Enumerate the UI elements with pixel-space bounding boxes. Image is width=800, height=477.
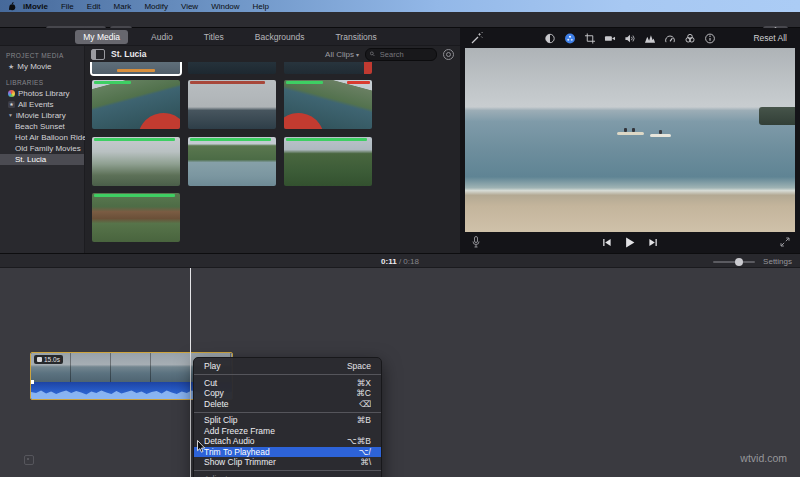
- tab-titles[interactable]: Titles: [196, 30, 232, 44]
- fullscreen-icon[interactable]: [780, 237, 790, 247]
- media-thumbnail[interactable]: [284, 80, 372, 129]
- menu-item-label: Add Freeze Frame: [204, 426, 275, 436]
- media-tabs: My MediaAudioTitlesBackgroundsTransition…: [0, 28, 460, 46]
- media-thumbnail[interactable]: [92, 62, 180, 74]
- clip-filter-dropdown[interactable]: All Clips: [325, 50, 359, 59]
- play-button[interactable]: [625, 237, 636, 248]
- menu-item-shortcut: Space: [347, 361, 371, 371]
- menu-item-split-clip[interactable]: Split Clip⌘B: [194, 415, 381, 426]
- clip-appearance-icon[interactable]: [443, 49, 454, 60]
- tab-transitions[interactable]: Transitions: [327, 30, 384, 44]
- effects-icon[interactable]: [684, 32, 697, 45]
- media-thumbnail[interactable]: [92, 80, 180, 129]
- browser-header: St. Lucia All Clips: [85, 46, 460, 62]
- menu-item-cut[interactable]: Cut⌘X: [194, 378, 381, 389]
- media-thumbnail[interactable]: [92, 137, 180, 186]
- info-icon[interactable]: [704, 32, 717, 45]
- sidebar-section-header: PROJECT MEDIA: [0, 50, 84, 61]
- color-balance-icon[interactable]: [544, 32, 557, 45]
- speed-icon[interactable]: [664, 32, 677, 45]
- menu-item-copy[interactable]: Copy⌘C: [194, 388, 381, 399]
- next-frame-button[interactable]: [649, 238, 658, 247]
- sidebar-item-label: All Events: [18, 99, 54, 110]
- sidebar-toggle-icon[interactable]: [91, 49, 105, 60]
- menu-item-shortcut: ⌘B: [357, 415, 371, 425]
- menu-separator: [194, 470, 381, 471]
- menu-item-detach-audio[interactable]: Detach Audio⌥⌘B: [194, 436, 381, 447]
- sidebar-item-all-events[interactable]: All Events: [0, 99, 84, 110]
- thumbnail-grid: [85, 62, 460, 253]
- stabilization-icon[interactable]: [604, 32, 617, 45]
- menu-item-label: Show Clip Trimmer: [204, 457, 276, 467]
- watermark: wtvid.com: [740, 452, 787, 464]
- media-thumbnail[interactable]: [284, 62, 372, 74]
- menu-item-add-freeze-frame[interactable]: Add Freeze Frame: [194, 426, 381, 437]
- apple-menu-icon[interactable]: [9, 2, 17, 11]
- menu-help[interactable]: Help: [253, 2, 269, 11]
- kayak-1: [617, 132, 644, 135]
- playhead[interactable]: [190, 268, 191, 477]
- reset-all-button[interactable]: Reset All: [753, 33, 787, 43]
- menu-item-delete[interactable]: Delete⌫: [194, 399, 381, 410]
- voiceover-mic-icon[interactable]: [472, 236, 480, 248]
- menu-modify[interactable]: Modify: [144, 2, 168, 11]
- timeline-settings-button[interactable]: Settings: [763, 257, 792, 266]
- sidebar-item-hot-air-balloon-ride[interactable]: Hot Air Balloon Ride: [0, 132, 84, 143]
- menu-mark[interactable]: Mark: [114, 2, 132, 11]
- sidebar-item-my-movie[interactable]: My Movie: [0, 61, 84, 72]
- sidebar-item-beach-sunset[interactable]: Beach Sunset: [0, 121, 84, 132]
- menu-item-shortcut: ⌥⌘B: [347, 436, 371, 446]
- rej-edge-marker: [364, 62, 372, 74]
- mouse-cursor: [197, 440, 206, 453]
- tab-my-media[interactable]: My Media: [75, 30, 128, 44]
- sidebar-item-st-lucia[interactable]: St. Lucia: [0, 154, 84, 165]
- color-correction-icon[interactable]: [564, 32, 577, 45]
- menu-file[interactable]: File: [61, 2, 74, 11]
- menu-item-play[interactable]: PlaySpace: [194, 361, 381, 372]
- star-icon: [8, 61, 14, 72]
- noise-reduction-icon[interactable]: [644, 32, 657, 45]
- menu-item-trim-to-playhead[interactable]: Trim To Playhead⌥/: [194, 447, 381, 458]
- sidebar-item-photos-library[interactable]: Photos Library: [0, 88, 84, 99]
- event-title: St. Lucia: [111, 49, 146, 59]
- flower-icon: [8, 90, 15, 97]
- crop-icon[interactable]: [584, 32, 597, 45]
- enhance-wand-icon[interactable]: [470, 32, 483, 45]
- search-field[interactable]: [365, 48, 437, 61]
- volume-icon[interactable]: [624, 32, 637, 45]
- film-icon: [37, 357, 42, 362]
- fav-wide-marker: [94, 138, 175, 141]
- playhead-time: 0:11 / 0:18: [0, 257, 800, 266]
- fav-wide-marker: [190, 138, 271, 141]
- menu-item-show-clip-trimmer[interactable]: Show Clip Trimmer⌘\: [194, 457, 381, 468]
- sidebar-item-old-family-movies[interactable]: Old Family Movies: [0, 143, 84, 154]
- menu-edit[interactable]: Edit: [87, 2, 101, 11]
- media-thumbnail[interactable]: [188, 137, 276, 186]
- tab-audio[interactable]: Audio: [143, 30, 181, 44]
- menu-window[interactable]: Window: [211, 2, 239, 11]
- media-thumbnail[interactable]: [188, 80, 276, 129]
- previous-frame-button[interactable]: [603, 238, 612, 247]
- menu-view[interactable]: View: [181, 2, 198, 11]
- sidebar: PROJECT MEDIAMy MovieLIBRARIESPhotos Lib…: [0, 46, 85, 253]
- media-thumbnail[interactable]: [188, 62, 276, 74]
- menu-item-shortcut: ⌘X: [357, 378, 371, 388]
- time-current: 0:11: [381, 257, 397, 266]
- screen: iMovieFileEditMarkModifyViewWindowHelp P…: [0, 0, 800, 477]
- media-browser: St. Lucia All Clips: [85, 46, 460, 253]
- menu-item-shortcut: ⌘\: [360, 457, 371, 467]
- menubar-menus: iMovieFileEditMarkModifyViewWindowHelp: [23, 2, 269, 11]
- sidebar-item-imovie-library[interactable]: iMovie Library: [0, 110, 84, 121]
- used-orange-marker: [117, 69, 156, 72]
- clip-audio-handle[interactable]: [31, 380, 34, 384]
- timeline-toolbar: 0:11 / 0:18 Settings: [0, 253, 800, 268]
- menu-imovie[interactable]: iMovie: [23, 2, 48, 11]
- zoom-slider-thumb[interactable]: [735, 258, 743, 266]
- tab-backgrounds[interactable]: Backgrounds: [247, 30, 313, 44]
- context-menu: PlaySpaceCut⌘XCopy⌘CDelete⌫Split Clip⌘BA…: [193, 357, 382, 477]
- media-thumbnail[interactable]: [284, 137, 372, 186]
- fav-wide-marker: [94, 194, 175, 197]
- timeline-zoom-slider[interactable]: [713, 261, 755, 263]
- media-thumbnail[interactable]: [92, 193, 180, 242]
- search-input[interactable]: [378, 49, 432, 60]
